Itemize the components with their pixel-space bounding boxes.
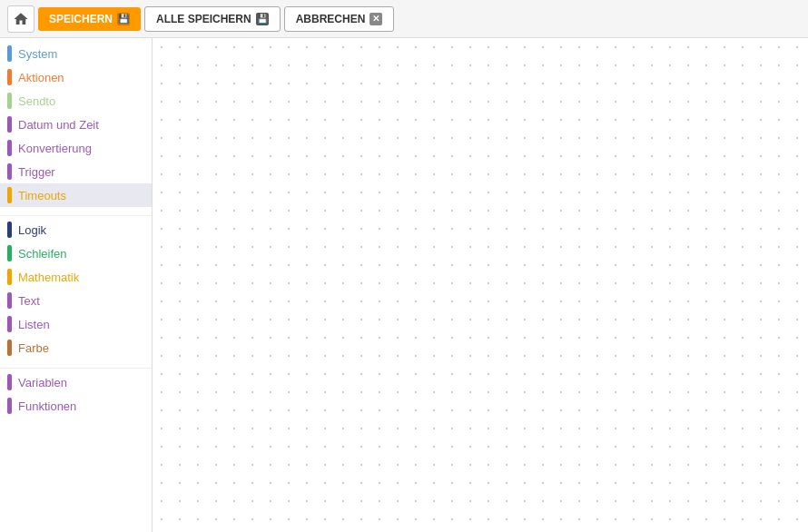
sidebar-item-schleifen[interactable]: Schleifen [0, 241, 152, 265]
sidebar-item-farbe[interactable]: Farbe [0, 336, 152, 360]
sidebar-item-logik[interactable]: Logik [0, 218, 152, 241]
sidebar-item-konvertierung[interactable]: Konvertierung [0, 136, 152, 160]
save-label: SPEICHERN [49, 13, 113, 25]
canvas-area[interactable] [153, 38, 808, 532]
sidebar-label-text: Text [18, 294, 40, 308]
color-bar-konvertierung [7, 140, 12, 156]
sidebar-item-trigger[interactable]: Trigger [0, 160, 152, 183]
color-bar-schleifen [7, 245, 12, 261]
sidebar-item-mathematik[interactable]: Mathematik [0, 265, 152, 289]
sidebar-label-logik: Logik [18, 223, 46, 237]
cancel-button[interactable]: ABBRECHEN ✕ [284, 6, 395, 32]
sidebar-item-datum[interactable]: Datum und Zeit [0, 113, 152, 136]
sidebar-item-variablen[interactable]: Variablen [0, 370, 152, 394]
toolbar: SPEICHERN 💾 ALLE SPEICHERN 💾 ABBRECHEN ✕ [0, 0, 808, 38]
sidebar-item-system[interactable]: System [0, 42, 152, 65]
sidebar-label-schleifen: Schleifen [18, 247, 66, 261]
save-icon: 💾 [117, 13, 130, 25]
color-bar-variablen [7, 374, 12, 390]
sidebar-label-aktionen: Aktionen [18, 71, 64, 84]
color-bar-funktionen [7, 398, 12, 414]
sidebar-item-aktionen[interactable]: Aktionen [0, 65, 152, 89]
color-bar-timeouts [7, 187, 12, 203]
sidebar-separator-0 [0, 207, 152, 216]
sidebar-label-mathematik: Mathematik [18, 271, 79, 284]
save-all-icon: 💾 [256, 13, 269, 25]
sidebar-item-timeouts[interactable]: Timeouts [0, 183, 152, 207]
main-layout: SystemAktionenSendtoDatum und ZeitKonver… [0, 38, 808, 532]
sidebar-label-listen: Listen [18, 318, 50, 331]
sidebar-separator-1 [0, 360, 152, 369]
color-bar-mathematik [7, 269, 12, 285]
sidebar-label-konvertierung: Konvertierung [18, 142, 92, 155]
sidebar-label-variablen: Variablen [18, 376, 67, 389]
save-button[interactable]: SPEICHERN 💾 [38, 7, 141, 31]
sidebar-label-funktionen: Funktionen [18, 399, 76, 413]
color-bar-system [7, 45, 12, 62]
color-bar-aktionen [7, 69, 12, 85]
cancel-icon: ✕ [370, 13, 382, 25]
color-bar-datum [7, 116, 12, 133]
sidebar-item-text[interactable]: Text [0, 289, 152, 312]
color-bar-text [7, 292, 12, 309]
sidebar-item-listen[interactable]: Listen [0, 312, 152, 336]
save-all-button[interactable]: ALLE SPEICHERN 💾 [144, 6, 281, 32]
sidebar-label-datum: Datum und Zeit [18, 118, 99, 132]
color-bar-sendto [7, 93, 12, 109]
sidebar-label-system: System [18, 47, 57, 61]
sidebar-label-farbe: Farbe [18, 341, 49, 355]
sidebar-label-trigger: Trigger [18, 165, 55, 179]
sidebar-label-sendto: Sendto [18, 94, 55, 108]
sidebar-label-timeouts: Timeouts [18, 189, 66, 202]
color-bar-listen [7, 316, 12, 332]
color-bar-farbe [7, 340, 12, 356]
home-icon[interactable] [7, 5, 34, 33]
color-bar-trigger [7, 163, 12, 180]
color-bar-logik [7, 222, 12, 238]
sidebar-item-funktionen[interactable]: Funktionen [0, 394, 152, 418]
cancel-label: ABBRECHEN [296, 13, 366, 25]
save-all-label: ALLE SPEICHERN [156, 13, 251, 25]
sidebar: SystemAktionenSendtoDatum und ZeitKonver… [0, 38, 153, 532]
sidebar-item-sendto[interactable]: Sendto [0, 89, 152, 113]
